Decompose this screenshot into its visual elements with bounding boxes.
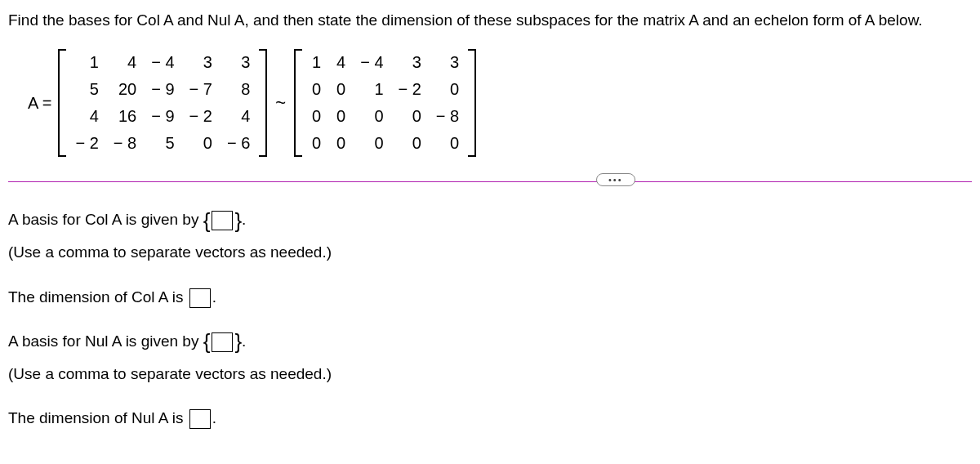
matrix-cell: 0 (304, 103, 328, 130)
colA-dim-prefix: The dimension of Col A is (8, 288, 188, 306)
answer-section: A basis for Col A is given by { } . (Use… (8, 207, 972, 432)
matrix-cell: 3 (429, 49, 466, 76)
matrix-cell: 0 (304, 130, 328, 157)
nulA-basis-line: A basis for Nul A is given by { } . (8, 328, 972, 355)
matrix-cell: 4 (220, 103, 257, 130)
separator: ••• (8, 181, 972, 182)
matrix-cell: − 4 (144, 49, 181, 76)
matrix-cell: 8 (220, 76, 257, 103)
nulA-basis-prefix: A basis for Nul A is given by (8, 332, 203, 350)
matrix-cell: − 2 (182, 103, 220, 130)
colA-dim-suffix: . (212, 288, 216, 306)
matrix-cell: 0 (328, 103, 353, 130)
question-text: Find the bases for Col A and Nul A, and … (8, 11, 972, 29)
nulA-dim-prefix: The dimension of Nul A is (8, 409, 188, 426)
matrix-cell: 0 (429, 76, 466, 103)
colA-basis-prefix: A basis for Col A is given by (8, 211, 203, 228)
matrix-cell: 0 (182, 130, 220, 157)
colA-basis-line: A basis for Col A is given by { } . (8, 207, 972, 233)
matrix-cell: − 9 (144, 76, 181, 103)
colA-basis-input-wrap: { } (203, 211, 242, 230)
matrix-echelon: 14− 433001− 200000− 800000 (294, 49, 476, 157)
colA-basis-input[interactable] (212, 211, 233, 230)
matrix-cell: − 6 (220, 130, 257, 157)
nulA-dim-suffix: . (212, 409, 216, 426)
nulA-hint: (Use a comma to separate vectors as need… (8, 361, 972, 387)
matrix-cell: − 2 (68, 130, 105, 157)
matrix-cell: 3 (220, 49, 257, 76)
matrix-cell: − 2 (391, 76, 429, 103)
matrix-cell: 0 (304, 76, 328, 103)
matrix-cell: 0 (353, 103, 390, 130)
matrix-cell: 3 (391, 49, 429, 76)
matrix-A: 14− 433520− 9− 78416− 9− 24− 2− 850− 6 (58, 49, 267, 157)
tilde-symbol: ~ (275, 92, 286, 114)
nulA-basis-suffix: . (242, 332, 246, 350)
matrix-cell: 1 (304, 49, 328, 76)
matrix-cell: 0 (429, 130, 466, 157)
matrix-cell: − 8 (106, 130, 144, 157)
colA-hint: (Use a comma to separate vectors as need… (8, 239, 972, 265)
more-button[interactable]: ••• (596, 173, 635, 186)
matrix-cell: 0 (328, 130, 353, 157)
nulA-basis-input-wrap: { } (203, 332, 242, 352)
nulA-dim-line: The dimension of Nul A is . (8, 405, 972, 431)
matrix-cell: 1 (68, 49, 105, 76)
left-brace-icon: { (203, 333, 211, 350)
matrix-cell: − 9 (144, 103, 181, 130)
colA-dim-input[interactable] (189, 288, 211, 308)
matrix-cell: 16 (106, 103, 144, 130)
matrix-cell: − 7 (182, 76, 220, 103)
matrix-cell: 0 (353, 130, 390, 157)
matrix-cell: 0 (328, 76, 353, 103)
colA-basis-suffix: . (242, 211, 246, 228)
matrix-cell: 3 (182, 49, 220, 76)
matrix-cell: 20 (106, 76, 144, 103)
matrix-cell: 4 (328, 49, 353, 76)
right-brace-icon: } (234, 212, 242, 230)
matrix-cell: 5 (68, 76, 105, 103)
colA-dim-line: The dimension of Col A is . (8, 284, 972, 310)
matrix-cell: − 4 (353, 49, 390, 76)
right-brace-icon: } (234, 333, 242, 350)
matrix-cell: − 8 (429, 103, 466, 130)
matrix-cell: 5 (144, 130, 181, 157)
matrix-cell: 4 (68, 103, 105, 130)
matrix-cell: 0 (391, 130, 429, 157)
nulA-dim-input[interactable] (189, 409, 211, 429)
matrix-cell: 1 (353, 76, 390, 103)
left-brace-icon: { (203, 212, 211, 230)
matrix-equation: A = 14− 433520− 9− 78416− 9− 24− 2− 850−… (28, 49, 972, 157)
nulA-basis-input[interactable] (212, 332, 233, 352)
matrix-cell: 4 (106, 49, 144, 76)
matrix-cell: 0 (391, 103, 429, 130)
matrix-label: A = (28, 94, 51, 113)
